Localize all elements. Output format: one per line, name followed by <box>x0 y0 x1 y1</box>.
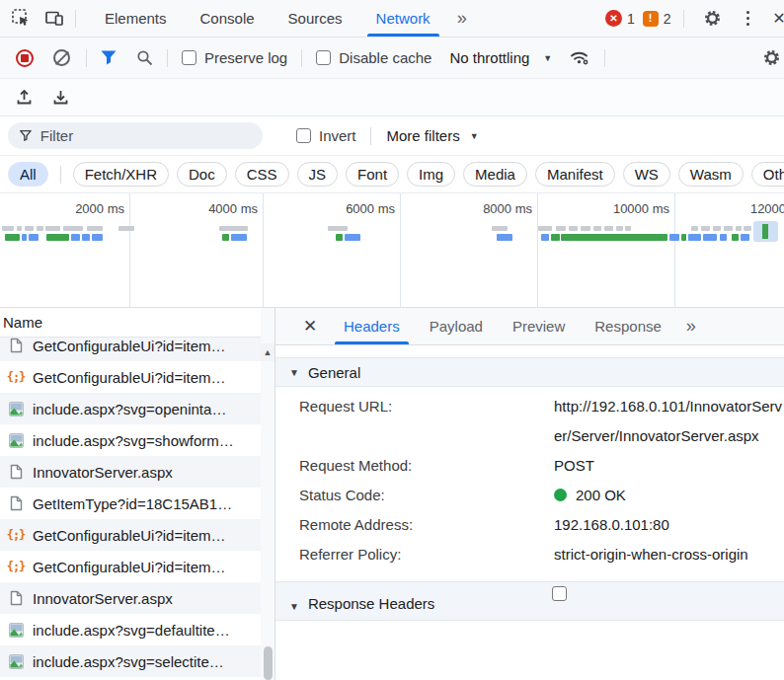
kebab-menu-icon[interactable] <box>738 11 759 27</box>
disable-cache-checkbox[interactable] <box>316 50 331 65</box>
waterfall-bar-gray <box>556 226 566 231</box>
document-icon <box>8 464 24 480</box>
image-icon <box>8 623 24 638</box>
invert-checkbox[interactable] <box>296 128 311 143</box>
waterfall-bar-blue <box>741 234 749 241</box>
request-row[interactable]: include.aspx?svg=selectite… <box>0 645 261 677</box>
request-row[interactable]: GetConfigurableUi?id=item… <box>0 338 261 361</box>
invert-toggle[interactable]: Invert <box>286 127 366 144</box>
close-devtools-icon[interactable]: ✕ <box>766 9 784 28</box>
detail-row-request-method: Request Method:POST <box>299 451 784 481</box>
waterfall-bar-gray <box>736 226 742 231</box>
timeline-gridline <box>263 193 264 307</box>
filter-chip-css[interactable]: CSS <box>235 162 289 187</box>
network-conditions-icon[interactable] <box>560 49 600 66</box>
dropdown-arrow-icon: ▼ <box>470 131 479 141</box>
warning-badge[interactable]: ! 2 <box>643 11 671 27</box>
request-row[interactable]: {;}GetConfigurableUi?id=item… <box>0 551 261 582</box>
more-filters-dropdown[interactable]: More filters ▼ <box>375 127 491 144</box>
filter-chip-ws[interactable]: WS <box>623 162 670 187</box>
collapse-triangle-icon: ▼ <box>289 367 299 378</box>
record-network-log-button[interactable] <box>16 49 34 67</box>
requests-scrollbar[interactable]: ▲ <box>261 308 274 680</box>
settings-gear-icon[interactable] <box>696 9 730 28</box>
waterfall-bar-blue <box>92 234 103 241</box>
resource-type-filters: AllFetch/XHRDocCSSJSFontImgMediaManifest… <box>0 156 784 193</box>
details-tab-preview[interactable]: Preview <box>498 308 580 344</box>
filter-bar: Invert More filters ▼ <box>0 116 784 156</box>
timeline-selection-highlight[interactable] <box>753 221 778 242</box>
request-row[interactable]: InnovatorServer.aspx <box>0 456 261 488</box>
waterfall-bar-green <box>561 234 667 241</box>
clear-network-log-icon[interactable] <box>53 49 70 66</box>
filter-chip-doc[interactable]: Doc <box>177 162 227 187</box>
filter-funnel-icon[interactable] <box>91 50 126 65</box>
request-row[interactable]: include.aspx?svg=openinta… <box>0 393 261 424</box>
filter-chip-img[interactable]: Img <box>407 162 455 187</box>
close-details-icon[interactable]: ✕ <box>291 308 329 344</box>
waterfall-bar-gray <box>691 226 698 231</box>
response-headers-section-header[interactable]: ▼ Response Headers <box>275 581 784 621</box>
more-detail-tabs-chevron-icon[interactable]: » <box>676 308 706 344</box>
fetch-xhr-icon: {;} <box>8 528 24 542</box>
filter-chip-font[interactable]: Font <box>346 162 399 187</box>
filter-chip-all[interactable]: All <box>8 162 48 187</box>
tab-console[interactable]: Console <box>184 0 272 37</box>
request-name: include.aspx?svg=openinta… <box>33 401 226 417</box>
raw-headers-checkbox[interactable] <box>552 586 567 601</box>
preserve-log-toggle[interactable]: Preserve log <box>172 49 297 66</box>
request-name: include.aspx?svg=selectite… <box>33 653 224 670</box>
filter-chip-other[interactable]: Other <box>751 162 784 187</box>
filter-chip-wasm[interactable]: Wasm <box>678 162 744 187</box>
name-column-header[interactable]: Name <box>0 308 261 338</box>
details-tab-payload[interactable]: Payload <box>415 308 498 344</box>
network-settings-gear-icon[interactable] <box>754 48 784 67</box>
import-har-icon[interactable] <box>6 89 42 106</box>
detail-row-request-url: Request URL:http://192.168.0.101/Innovat… <box>299 392 784 451</box>
error-badge[interactable]: ✕ 1 <box>605 10 635 27</box>
network-overview-timeline[interactable]: 2000 ms4000 ms6000 ms8000 ms10000 ms1200… <box>0 193 784 308</box>
inspect-element-icon[interactable] <box>4 0 38 37</box>
general-key-values: Request URL:http://192.168.0.101/Innovat… <box>275 387 784 569</box>
request-row[interactable]: {;}GetConfigurableUi?id=item… <box>0 361 261 393</box>
filter-chip-fetch-xhr[interactable]: Fetch/XHR <box>73 162 169 187</box>
tab-sources[interactable]: Sources <box>272 0 359 37</box>
tab-elements[interactable]: Elements <box>88 0 184 37</box>
request-row[interactable]: GetItemType?id=18C15AB1… <box>0 488 261 519</box>
more-panels-chevron-icon[interactable]: » <box>447 0 477 37</box>
device-toolbar-icon[interactable] <box>38 0 71 37</box>
filter-chip-media[interactable]: Media <box>463 162 527 187</box>
details-tab-response[interactable]: Response <box>580 308 676 344</box>
detail-row-remote-address: Remote Address:192.168.0.101:80 <box>299 510 784 540</box>
scrollbar-thumb[interactable] <box>264 646 273 680</box>
disable-cache-toggle[interactable]: Disable cache <box>306 49 441 66</box>
request-row[interactable]: InnovatorServer.aspx <box>0 582 261 614</box>
filter-input[interactable] <box>40 127 251 144</box>
request-row[interactable]: include.aspx?svg=defaultite… <box>0 614 261 645</box>
waterfall-bar-gray <box>616 226 623 231</box>
timeline-gridline <box>400 193 401 307</box>
waterfall-bar-gray <box>63 226 83 231</box>
export-har-icon[interactable] <box>42 89 79 106</box>
image-icon <box>8 402 24 416</box>
filter-chip-js[interactable]: JS <box>297 162 339 187</box>
detail-label: Status Code: <box>299 481 554 510</box>
timeline-tick-label: 6000 ms <box>346 201 395 216</box>
image-icon <box>8 433 24 448</box>
waterfall-bar-green <box>732 234 739 241</box>
filter-chip-manifest[interactable]: Manifest <box>535 162 615 187</box>
throttling-select[interactable]: No throttling ▼ <box>441 49 560 66</box>
timeline-tick-label: 4000 ms <box>208 201 258 216</box>
request-row[interactable]: include.aspx?svg=showform… <box>0 424 261 456</box>
scroll-up-arrow-icon[interactable]: ▲ <box>261 343 274 361</box>
search-icon[interactable] <box>126 49 163 66</box>
waterfall-bar-gray <box>219 226 248 231</box>
timeline-gridline <box>129 193 130 307</box>
request-row[interactable]: {;}GetConfigurableUi?id=item… <box>0 519 261 551</box>
waterfall-bar-blue <box>29 234 39 241</box>
preserve-log-checkbox[interactable] <box>182 50 196 65</box>
tab-network[interactable]: Network <box>359 0 447 37</box>
filter-input-pill[interactable] <box>8 122 263 149</box>
general-section-header[interactable]: ▼ General <box>275 357 784 387</box>
details-tab-headers[interactable]: Headers <box>329 308 415 344</box>
